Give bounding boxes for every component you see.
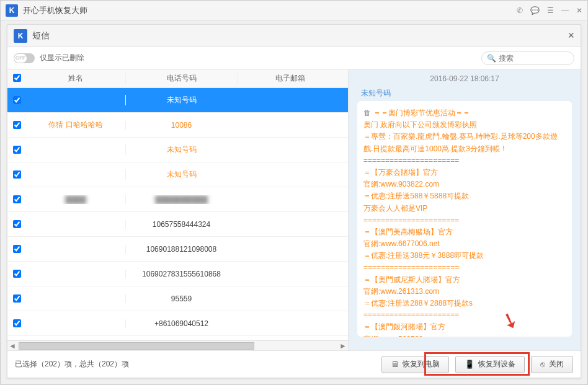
scroll-right-icon[interactable]: ► (338, 341, 348, 350)
message-date: 2016-09-22 18:06:17 (349, 69, 581, 88)
deleted-only-toggle[interactable]: OFF (14, 53, 35, 63)
row-phone: 95559 (125, 294, 237, 303)
restore-pc-label: 恢复到电脑 (403, 359, 440, 370)
app-window: K 开心手机恢复大师 ✆ 💬 ☰ — ✕ K 短信 × OFF 仅显示已删除 🔍 (0, 0, 588, 385)
titlebar-controls: ✆ 💬 ☰ — ✕ (517, 6, 582, 15)
chat-icon[interactable]: 💬 (530, 6, 540, 15)
left-pane: 姓名 电话号码 电子邮箱 未知号码你猜 口哈哈哈哈10086未知号码未知号码██… (7, 69, 349, 350)
table-row[interactable]: 1069027831555610868 (7, 262, 348, 286)
search-box[interactable]: 🔍 (481, 51, 574, 65)
exit-icon: ⎋ (540, 360, 545, 369)
toolbar: OFF 仅显示已删除 🔍 (7, 47, 581, 69)
row-phone: 10657558444324 (125, 220, 237, 229)
header-check[interactable] (7, 74, 26, 84)
row-checkbox-cell[interactable] (7, 170, 26, 179)
table-row[interactable]: 10690188121098008 (7, 237, 348, 262)
row-phone: +861069040512 (125, 319, 237, 328)
row-phone: 1069027831555610868 (125, 270, 237, 278)
header-email[interactable]: 电子邮箱 (237, 73, 342, 84)
row-name: ████ (26, 195, 125, 204)
row-checkbox[interactable] (13, 245, 21, 253)
row-checkbox[interactable] (13, 170, 21, 179)
minimize-icon[interactable]: — (561, 6, 569, 15)
toggle-label: 仅显示已删除 (40, 53, 84, 63)
row-phone: 10086 (125, 121, 237, 130)
row-phone: 10690188121098008 (125, 245, 237, 254)
row-checkbox-cell[interactable] (7, 319, 26, 327)
pc-icon: 🖥 (391, 360, 399, 369)
row-checkbox-cell[interactable] (7, 121, 26, 129)
row-phone: 未知号码 (125, 95, 237, 105)
row-checkbox-cell[interactable] (7, 146, 26, 154)
titlebar: K 开心手机恢复大师 ✆ 💬 ☰ — ✕ (1, 1, 587, 20)
row-phone: 未知号码 (125, 169, 237, 180)
row-checkbox-cell[interactable] (7, 245, 26, 253)
restore-device-label: 恢复到设备 (478, 359, 515, 370)
search-icon: 🔍 (487, 54, 496, 63)
header-phone[interactable]: 电话号码 (125, 73, 237, 84)
row-checkbox[interactable] (13, 195, 21, 203)
right-pane: 2016-09-22 18:06:17 未知号码 🗑＝＝奧门博彩节优惠活动＝＝奧… (349, 69, 581, 350)
table-row[interactable]: ██████████████ (7, 187, 348, 212)
row-checkbox[interactable] (13, 220, 21, 228)
device-icon: 📱 (465, 360, 474, 369)
row-checkbox[interactable] (13, 121, 21, 129)
menu-icon[interactable]: ☰ (547, 6, 554, 15)
row-checkbox-cell[interactable] (7, 96, 26, 104)
header-name[interactable]: 姓名 (26, 73, 125, 84)
row-checkbox[interactable] (13, 294, 21, 303)
row-checkbox-cell[interactable] (7, 294, 26, 303)
table-row[interactable]: 10657558444324 (7, 212, 348, 237)
message-bubble: 🗑＝＝奧门博彩节优惠活动＝＝奧门 政府向以下公司颁发博彩执照＝專營：百家樂.龍虎… (357, 101, 572, 337)
table-row[interactable]: 未知号码 (7, 88, 348, 113)
trash-icon: 🗑 (363, 108, 371, 117)
message-body: ＝＝奧门博彩节优惠活动＝＝奧门 政府向以下公司颁发博彩执照＝專營：百家樂.龍虎鬥… (363, 108, 558, 337)
toggle-knob: OFF (14, 54, 27, 63)
app-title: 开心手机恢复大师 (23, 5, 517, 16)
message-sender: 未知号码 (361, 88, 572, 99)
close-label: 关闭 (549, 359, 564, 370)
table-row[interactable]: 未知号码 (7, 138, 348, 162)
row-checkbox[interactable] (13, 319, 21, 327)
row-checkbox[interactable] (13, 96, 21, 104)
close-button[interactable]: ⎋ 关闭 (531, 356, 573, 373)
row-checkbox[interactable] (13, 146, 21, 154)
content: 姓名 电话号码 电子邮箱 未知号码你猜 口哈哈哈哈10086未知号码未知号码██… (7, 69, 581, 350)
row-checkbox[interactable] (13, 270, 21, 278)
row-checkbox-cell[interactable] (7, 270, 26, 278)
search-input[interactable] (499, 54, 569, 63)
horizontal-scrollbar[interactable]: ◄ ► (7, 340, 348, 350)
sub-logo-icon: K (14, 29, 27, 43)
row-name: 你猜 口哈哈哈哈 (26, 120, 125, 130)
row-checkbox-cell[interactable] (7, 195, 26, 203)
footer: 已选择（202）项，总共（202）项 🖥 恢复到电脑 📱 恢复到设备 ⎋ 关闭 (7, 350, 581, 378)
restore-to-pc-button[interactable]: 🖥 恢复到电脑 (381, 356, 449, 373)
table-row[interactable]: 你猜 口哈哈哈哈10086 (7, 113, 348, 138)
close-icon[interactable]: ✕ (576, 6, 582, 15)
wechat-icon[interactable]: ✆ (517, 6, 523, 15)
row-phone: 未知号码 (125, 144, 237, 155)
table-row[interactable]: +861069040512 (7, 311, 348, 336)
restore-to-device-button[interactable]: 📱 恢复到设备 (455, 356, 525, 373)
sub-titlebar: K 短信 × (7, 25, 581, 47)
sub-title: 短信 (32, 30, 568, 42)
app-logo-icon: K (6, 4, 18, 17)
table-body[interactable]: 未知号码你猜 口哈哈哈哈10086未知号码未知号码██████████████1… (7, 88, 348, 340)
table-row[interactable]: 95559 (7, 286, 348, 311)
status-text: 已选择（202）项，总共（202）项 (15, 359, 375, 370)
row-phone: ██████████ (125, 195, 237, 204)
scroll-thumb[interactable] (19, 342, 254, 350)
sub-close-icon[interactable]: × (568, 29, 574, 42)
subwindow: K 短信 × OFF 仅显示已删除 🔍 姓名 电话号码 电子邮箱 (7, 24, 581, 378)
table-header: 姓名 电话号码 电子邮箱 (7, 69, 348, 88)
bubble-wrap: 未知号码 🗑＝＝奧门博彩节优惠活动＝＝奧门 政府向以下公司颁发博彩执照＝專營：百… (349, 88, 581, 345)
scroll-left-icon[interactable]: ◄ (7, 341, 17, 350)
table-row[interactable]: 未知号码 (7, 162, 348, 187)
row-checkbox-cell[interactable] (7, 220, 26, 228)
